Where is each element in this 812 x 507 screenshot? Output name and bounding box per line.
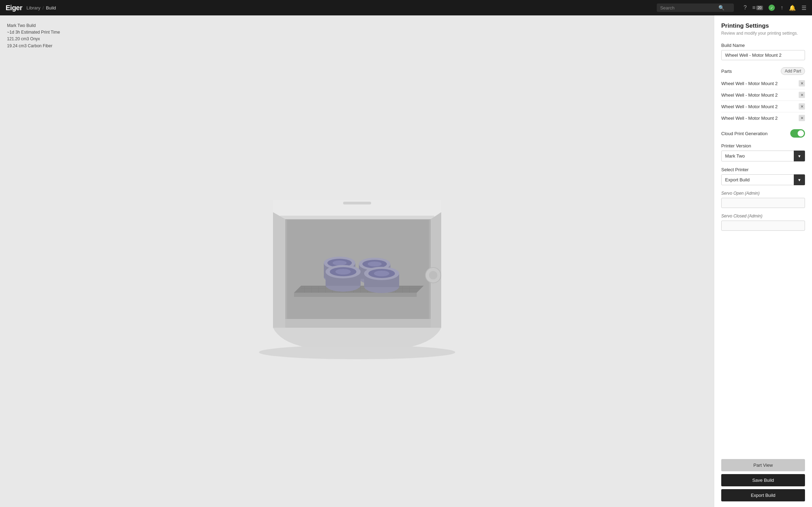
estimated-time: ~1d 3h Estimated Print Time (7, 29, 60, 36)
svg-point-33 (368, 262, 382, 266)
parts-list: Wheel Well - Motor Mount 2 ✕ Wheel Well … (721, 78, 805, 124)
printer-version-label: Printer Version (721, 143, 805, 148)
material-carbon: 19.24 cm3 Carbon Fiber (7, 43, 60, 49)
sidebar-title: Printing Settings (721, 22, 805, 29)
servo-open-group: Servo Open (Admin) (721, 191, 805, 208)
build-name-group: Build Name (721, 43, 805, 60)
select-printer-label: Select Printer (721, 167, 805, 172)
upload-icon[interactable]: ↑ (780, 5, 783, 11)
check-icon: ✓ (769, 5, 775, 11)
toggle-knob (798, 130, 804, 137)
servo-closed-group: Servo Closed (Admin) (721, 214, 805, 231)
main-layout: Mark Two Build ~1d 3h Estimated Print Ti… (0, 15, 812, 507)
list-item: Wheel Well - Motor Mount 2 ✕ (721, 78, 805, 89)
layers-badge: 20 (756, 6, 763, 10)
select-printer-select[interactable]: Export Build (721, 174, 805, 185)
build-name-input[interactable] (721, 50, 805, 60)
breadcrumb-library[interactable]: Library (27, 5, 41, 11)
list-item: Wheel Well - Motor Mount 2 ✕ (721, 112, 805, 124)
search-bar: 🔍 (657, 4, 734, 12)
part-name: Wheel Well - Motor Mount 2 (721, 92, 778, 98)
parts-header: Parts Add Part (721, 67, 805, 75)
part-name: Wheel Well - Motor Mount 2 (721, 116, 778, 121)
servo-open-label: Servo Open (Admin) (721, 191, 805, 196)
part-view-button[interactable]: Part View (721, 459, 805, 471)
menu-icon[interactable]: ☰ (801, 5, 806, 11)
printer-3d-view (234, 156, 480, 366)
export-build-button[interactable]: Export Build (721, 489, 805, 501)
svg-point-0 (259, 345, 455, 359)
remove-part-button[interactable]: ✕ (799, 80, 805, 86)
breadcrumb-separator: / (42, 5, 44, 11)
remove-part-button[interactable]: ✕ (799, 103, 805, 110)
list-item: Wheel Well - Motor Mount 2 ✕ (721, 89, 805, 101)
select-printer-wrapper: Export Build ▼ (721, 174, 805, 185)
header-icons: ? ≡ 20 ✓ ↑ 🔔 ☰ (744, 5, 806, 11)
viewport: Mark Two Build ~1d 3h Estimated Print Ti… (0, 15, 714, 507)
printer-version-select[interactable]: Mark Two Mark X Mark Two ADAM (721, 151, 805, 161)
printer-version-wrapper: Mark Two Mark X Mark Two ADAM ▼ (721, 151, 805, 161)
build-title: Mark Two Build (7, 22, 60, 29)
parts-label: Parts (721, 69, 732, 74)
printing-settings-panel: Printing Settings Review and modify your… (714, 15, 812, 507)
search-input[interactable] (660, 5, 716, 11)
servo-closed-input[interactable] (721, 221, 805, 231)
remove-part-button[interactable]: ✕ (799, 92, 805, 98)
select-printer-group: Select Printer Export Build ▼ (721, 167, 805, 185)
breadcrumb-current: Build (46, 5, 56, 11)
sidebar-subtitle: Review and modify your printing settings… (721, 31, 805, 36)
cloud-print-toggle[interactable] (790, 129, 805, 138)
cloud-print-label: Cloud Print Generation (721, 131, 767, 136)
cloud-print-row: Cloud Print Generation (721, 129, 805, 138)
printer-status-icon[interactable]: ✓ (769, 5, 775, 11)
app-logo: Eiger (6, 4, 22, 12)
remove-part-button[interactable]: ✕ (799, 115, 805, 121)
printer-version-group: Printer Version Mark Two Mark X Mark Two… (721, 143, 805, 161)
add-part-button[interactable]: Add Part (781, 67, 805, 75)
save-build-button[interactable]: Save Build (721, 474, 805, 486)
svg-point-43 (374, 271, 389, 276)
build-name-label: Build Name (721, 43, 805, 48)
svg-rect-2 (343, 202, 371, 204)
help-icon[interactable]: ? (744, 5, 747, 11)
breadcrumb: Library / Build (27, 5, 56, 11)
layers-icon[interactable]: ≡ 20 (752, 5, 763, 11)
parts-section: Parts Add Part Wheel Well - Motor Mount … (721, 67, 805, 124)
printer-scene (0, 15, 714, 507)
list-item: Wheel Well - Motor Mount 2 ✕ (721, 101, 805, 112)
svg-point-28 (333, 261, 347, 265)
part-name: Wheel Well - Motor Mount 2 (721, 104, 778, 109)
servo-open-input[interactable] (721, 198, 805, 208)
material-onyx: 121.20 cm3 Onyx (7, 36, 60, 42)
search-icon: 🔍 (718, 5, 724, 11)
svg-point-46 (429, 271, 437, 279)
servo-closed-label: Servo Closed (Admin) (721, 214, 805, 218)
app-header: Eiger Library / Build 🔍 ? ≡ 20 ✓ ↑ 🔔 ☰ (0, 0, 812, 15)
part-name: Wheel Well - Motor Mount 2 (721, 81, 778, 86)
svg-rect-5 (294, 293, 417, 297)
svg-point-38 (335, 269, 351, 275)
bell-icon[interactable]: 🔔 (789, 5, 796, 11)
sidebar-footer: Part View Save Build Export Build (714, 459, 812, 507)
build-info: Mark Two Build ~1d 3h Estimated Print Ti… (7, 22, 60, 49)
